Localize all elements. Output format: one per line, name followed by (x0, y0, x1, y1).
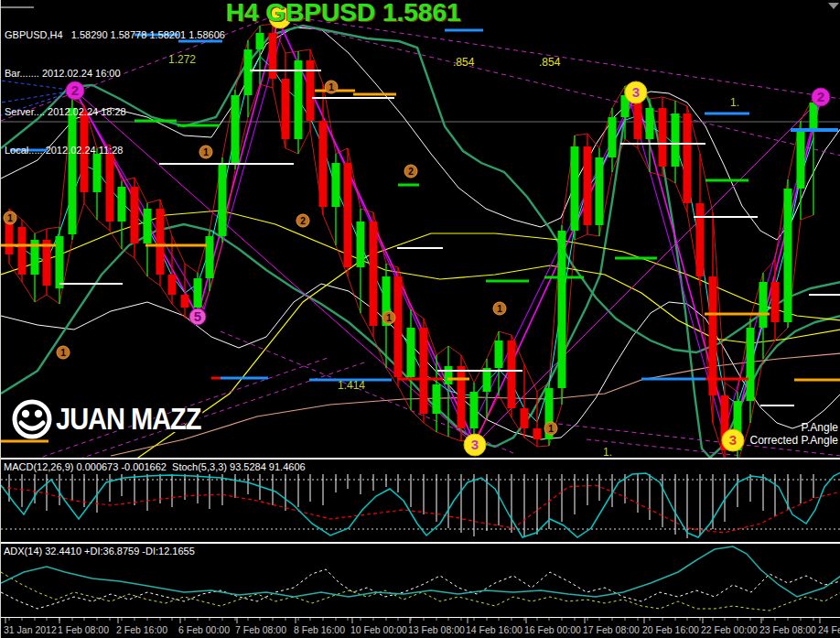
candle-body (407, 328, 415, 377)
local-time-readout: Local..... 2012.02.24 11:28 (5, 144, 225, 157)
candle-body (118, 187, 126, 222)
candle-body (659, 108, 667, 167)
plus-di-line (1, 569, 840, 609)
wave-marker-number: 1 (7, 213, 13, 223)
time-axis-label: 14 Feb 16:00 (466, 624, 522, 635)
price-label: 1. (603, 446, 612, 458)
candle-body (521, 408, 529, 428)
chart-shift-triangle-icon[interactable] (828, 3, 839, 9)
chart-info-panel: GBPUSD,H4 1.58290 1.58778 1.58201 1.5860… (5, 3, 225, 182)
candle-body (282, 79, 290, 139)
candle-body (319, 121, 328, 207)
time-axis-label: 2 Feb 16:00 (116, 624, 167, 635)
time-axis-label: 7 Feb 08:00 (235, 624, 286, 635)
wave-marker-number: 1 (497, 304, 502, 314)
candle-body (144, 209, 152, 243)
candle-body (394, 276, 403, 377)
wave-marker-number: 3 (729, 432, 737, 448)
time-axis[interactable]: 31 Jan 20121 Feb 08:002 Feb 16:006 Feb 0… (1, 617, 840, 638)
candle-body (269, 33, 277, 79)
candle-body (332, 163, 340, 207)
wave-marker-number: 1 (548, 424, 554, 434)
candle-body (56, 236, 64, 288)
chart-title: H4 GBPUSD 1.5861 (226, 0, 461, 27)
wave-marker-number: 3 (632, 84, 640, 100)
price-label: 1. (730, 96, 739, 109)
wave-marker-number: 1 (386, 313, 392, 323)
macd-label: MACD(12,26,9) 0.000673 -0.001662 Stoch(5… (4, 461, 306, 472)
candle-body (256, 33, 264, 49)
candle-body (244, 49, 253, 95)
mt4-chart-window: 1.272.854.8541.4141.1.2233335111122111 G… (0, 0, 840, 638)
candle-body (295, 60, 303, 139)
price-label: .854 (453, 56, 475, 69)
smiley-icon (8, 395, 56, 443)
time-axis-label: 23 Feb 08:00 (759, 624, 816, 635)
macd-signal-line (1, 485, 840, 533)
candle-body (533, 428, 542, 439)
fib-dash-line-3 (277, 20, 840, 156)
time-axis-label: 20 Feb 16:00 (642, 624, 699, 635)
trend-diagonal-line-2 (475, 99, 821, 445)
candle-body (608, 117, 617, 157)
corrected-pangle-label: Corrected P.Angle (749, 434, 838, 447)
candle-body (194, 278, 202, 308)
candle-body (156, 209, 165, 275)
price-label: .854 (539, 56, 561, 69)
candle-body (357, 222, 365, 267)
candle-body (18, 227, 27, 275)
time-axis-label: 22 Feb 00:00 (701, 624, 758, 635)
candle-body (684, 114, 692, 203)
candle-body (307, 60, 315, 121)
candle-body (445, 366, 453, 384)
time-axis-label: 17 Feb 08:00 (583, 624, 640, 635)
candle-body (168, 275, 177, 295)
candle-body (495, 341, 503, 368)
candle-body (131, 187, 139, 243)
candle-body (747, 328, 755, 401)
stoch-main-line (1, 472, 840, 537)
candle-body (558, 231, 566, 388)
candle-body (470, 392, 479, 428)
candle-body (206, 236, 214, 278)
candle-body (584, 146, 592, 225)
adx-indicator-panel[interactable]: ADX(14) 32.4410 +DI:36.8759 -DI:12.1655 (1, 542, 840, 617)
candle-body (596, 157, 604, 225)
candle-body (571, 146, 579, 231)
candle-body (370, 222, 378, 326)
candle-body (759, 282, 768, 328)
candle-body (797, 130, 805, 189)
wave-marker-number: 1 (328, 82, 334, 92)
candle-body (810, 103, 818, 130)
candle-body (232, 95, 240, 163)
pangle-labels: P.Angle Corrected P.Angle (749, 421, 838, 447)
server-time-readout: Server.... 2012.02.24 18:28 (5, 105, 225, 118)
wave-marker-number: 2 (300, 216, 306, 226)
adx-label: ADX(14) 32.4410 +DI:36.8759 -DI:12.1655 (4, 546, 195, 557)
candle-body (646, 108, 654, 139)
pangle-label: P.Angle (749, 421, 838, 434)
candle-body (696, 203, 705, 276)
wave-marker-number: 1 (60, 348, 66, 358)
time-axis-label: 16 Feb 00:00 (524, 624, 581, 635)
candle-body (508, 341, 516, 408)
candle-body (420, 328, 428, 414)
time-axis-label: 24 Fe (818, 624, 840, 635)
candle-body (771, 282, 780, 322)
macd-indicator-panel[interactable]: MACD(12,26,9) 0.000673 -0.001662 Stoch(5… (1, 458, 840, 542)
time-axis-label: 10 Feb 00:00 (350, 624, 407, 635)
candle-body (344, 163, 352, 267)
ohlc-readout: GBPUSD,H4 1.58290 1.58778 1.58201 1.5860… (5, 28, 225, 41)
wave-marker-number: 5 (194, 308, 201, 324)
price-label: 1.414 (338, 379, 365, 392)
time-axis-label: 13 Feb 08:00 (408, 624, 465, 635)
watermark: JUAN MAZZ (8, 395, 201, 443)
wave-marker-number: 3 (471, 437, 479, 452)
candle-body (672, 114, 680, 167)
candle-body (5, 220, 14, 254)
candle-body (433, 384, 441, 414)
time-axis-label: 8 Feb 16:00 (294, 624, 345, 635)
time-axis-label: 1 Feb 08:00 (58, 624, 109, 635)
bar-time-readout: Bar....... 2012.02.24 16:00 (5, 67, 225, 80)
candle-body (181, 295, 189, 308)
